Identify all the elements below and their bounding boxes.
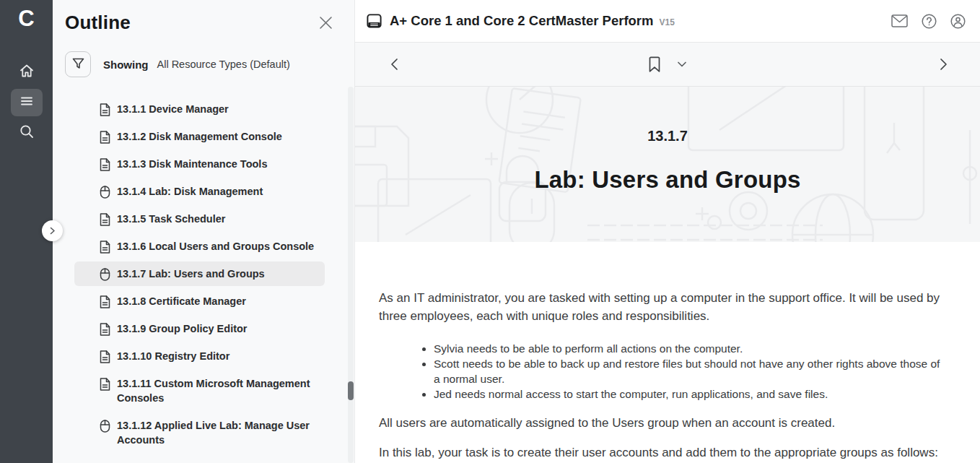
lab-mouse-icon xyxy=(100,420,110,433)
bookmark-icon[interactable] xyxy=(649,56,661,72)
document-icon xyxy=(100,103,110,116)
outline-item-label: 13.1.5 Task Scheduler xyxy=(117,212,225,226)
note-paragraph: All users are automatically assigned to … xyxy=(379,415,944,433)
outline-item[interactable]: 13.1.2 Disk Management Console xyxy=(74,124,325,149)
lesson-hero-banner: 13.1.7 Lab: Users and Groups xyxy=(355,87,980,242)
panel-expand-button[interactable] xyxy=(42,220,63,241)
document-icon xyxy=(100,158,110,171)
document-icon xyxy=(100,350,110,363)
outline-item-label: 13.1.2 Disk Management Console xyxy=(117,129,282,144)
outline-item[interactable]: 13.1.1 Device Manager xyxy=(74,97,325,121)
outline-item-label: 13.1.3 Disk Maintenance Tools xyxy=(117,157,267,171)
tech-pattern-background xyxy=(355,87,980,242)
bullet-item: Jed needs normal access to start the com… xyxy=(434,386,944,402)
course-title: A+ Core 1 and Core 2 CertMaster Perform xyxy=(390,13,654,29)
outline-item-label: 13.1.8 Certificate Manager xyxy=(117,294,246,308)
sidebar-item-home[interactable] xyxy=(11,59,43,86)
filter-button[interactable] xyxy=(65,51,91,77)
sidebar-item-search[interactable] xyxy=(11,119,43,147)
bullet-item: Scott needs to be able to back up and re… xyxy=(434,356,944,386)
search-icon xyxy=(18,123,35,143)
course-header: A+ Core 1 and Core 2 CertMaster Perform … xyxy=(355,0,980,43)
outline-item-label: 13.1.7 Lab: Users and Groups xyxy=(117,267,265,281)
document-icon xyxy=(100,213,110,226)
outline-item[interactable]: 13.1.6 Local Users and Groups Console xyxy=(74,234,325,259)
document-icon xyxy=(100,295,110,308)
outline-item-label: 13.1.1 Device Manager xyxy=(117,102,229,116)
outline-item[interactable]: 13.1.4 Lab: Disk Management xyxy=(74,179,325,204)
task-paragraph: In this lab, your task is to create thei… xyxy=(379,444,944,462)
outline-list: 13.1.1 Device Manager13.1.2 Disk Managem… xyxy=(53,97,354,452)
outline-panel-title: Outline xyxy=(65,12,131,34)
intro-paragraph: As an IT administrator, you are tasked w… xyxy=(379,290,944,325)
outline-scrollbar-thumb[interactable] xyxy=(348,381,354,400)
resource-type-filter-value[interactable]: All Resource Types (Default) xyxy=(157,59,290,70)
outline-item-label: 13.1.10 Registry Editor xyxy=(117,349,229,363)
close-icon[interactable] xyxy=(316,13,336,33)
lab-mouse-icon xyxy=(100,268,110,281)
sidebar-item-outline[interactable] xyxy=(11,89,43,116)
outline-item-label: 13.1.4 Lab: Disk Management xyxy=(117,184,263,199)
page-title: Lab: Users and Groups xyxy=(534,166,800,194)
bullet-item: Sylvia needs to be able to perform all a… xyxy=(434,341,944,356)
course-icon xyxy=(366,13,382,30)
menu-icon xyxy=(18,92,35,113)
outline-panel: Outline Showing All Resource Types (Defa… xyxy=(53,0,355,463)
outline-item[interactable]: 13.1.9 Group Policy Editor xyxy=(74,316,325,341)
showing-label: Showing xyxy=(103,59,149,71)
lab-mouse-icon xyxy=(100,186,110,199)
outline-item[interactable]: 13.1.7 Lab: Users and Groups xyxy=(74,261,325,286)
account-icon[interactable] xyxy=(950,14,966,29)
document-icon xyxy=(100,241,110,254)
mail-icon[interactable] xyxy=(891,14,908,27)
outline-item[interactable]: 13.1.5 Task Scheduler xyxy=(74,207,325,231)
lesson-content[interactable]: 13.1.7 Lab: Users and Groups As an IT ad… xyxy=(355,87,980,463)
chevron-down-icon[interactable] xyxy=(678,61,687,67)
lab-scenario-text: As an IT administrator, you are tasked w… xyxy=(355,242,980,462)
outline-item[interactable]: 13.1.12 Applied Live Lab: Manage User Ac… xyxy=(74,413,325,452)
section-number: 13.1.7 xyxy=(647,128,688,144)
outline-item[interactable]: 13.1.8 Certificate Manager xyxy=(74,289,325,313)
outline-item[interactable]: 13.1.3 Disk Maintenance Tools xyxy=(74,152,325,176)
bullet-list: Sylvia needs to be able to perform all a… xyxy=(434,341,944,402)
chevron-right-icon xyxy=(48,225,56,238)
outline-scrollbar-track[interactable] xyxy=(348,87,354,463)
help-icon[interactable] xyxy=(922,14,937,29)
course-version: V15 xyxy=(660,17,675,27)
document-icon xyxy=(100,323,110,336)
outline-item-label: 13.1.6 Local Users and Groups Console xyxy=(117,239,314,254)
lesson-nav-bar xyxy=(355,43,980,87)
main-area: A+ Core 1 and Core 2 CertMaster Perform … xyxy=(355,0,980,463)
next-page-button[interactable] xyxy=(935,53,953,75)
document-icon xyxy=(100,131,110,144)
previous-page-button[interactable] xyxy=(385,53,403,75)
outline-item[interactable]: 13.1.10 Registry Editor xyxy=(74,344,325,368)
outline-item-label: 13.1.12 Applied Live Lab: Manage User Ac… xyxy=(117,418,318,447)
outline-item-label: 13.1.11 Custom Microsoft Management Cons… xyxy=(117,376,318,405)
outline-item[interactable]: 13.1.11 Custom Microsoft Management Cons… xyxy=(74,371,325,410)
filter-funnel-icon xyxy=(72,58,84,72)
outline-item-label: 13.1.9 Group Policy Editor xyxy=(117,321,248,336)
app-logo: C xyxy=(18,7,34,30)
home-icon xyxy=(18,62,35,82)
document-icon xyxy=(100,378,110,391)
